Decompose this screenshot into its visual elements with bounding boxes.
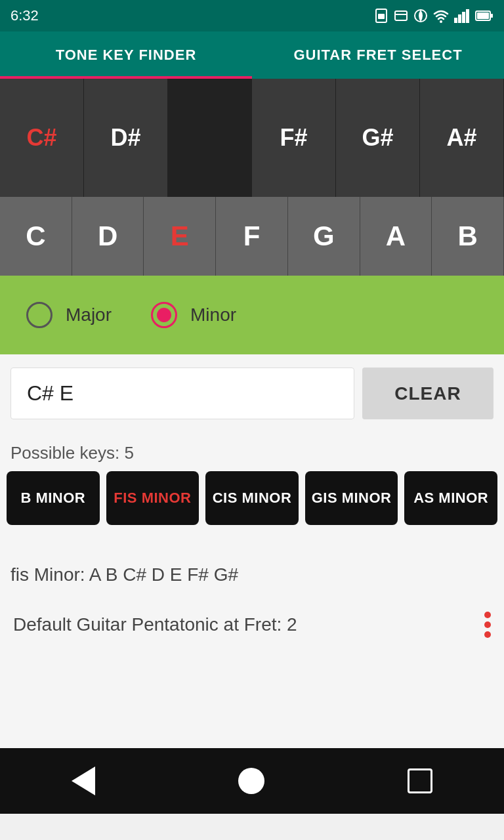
scale-info: fis Minor: A B C# D E F# G# [10,564,494,585]
notes-display: C# E [10,368,354,419]
key-f[interactable]: F [216,197,288,276]
time-display: 6:32 [10,7,39,24]
svg-rect-12 [491,14,493,18]
key-f-sharp[interactable]: F# [252,79,336,197]
status-icons [374,9,494,23]
home-button[interactable] [238,768,264,794]
fret-info: Default Guitar Pentatonic at Fret: 2 [13,614,297,635]
back-button[interactable] [72,766,95,795]
gis-minor-button[interactable]: GIS MINOR [305,471,398,525]
key-buttons-row: B MINOR FIS MINOR CIS MINOR GIS MINOR AS… [0,471,504,538]
more-options-button[interactable] [484,612,491,638]
vpn-icon [413,9,428,23]
more-dot-3 [484,631,491,638]
svg-point-5 [440,20,442,23]
svg-rect-2 [395,11,407,20]
svg-rect-11 [477,12,489,19]
tab-bar: TONE KEY FINDER GUITAR FRET SELECT [0,32,504,79]
piano-white-row: C D E F G A B [0,197,504,276]
sim-icon [374,9,388,23]
tab-tone-key-finder[interactable]: TONE KEY FINDER [0,32,252,79]
key-g-sharp[interactable]: G# [336,79,420,197]
piano-black-row: C# D# F# G# A# [0,79,504,197]
key-d[interactable]: D [72,197,144,276]
input-area: C# E CLEAR [0,354,504,432]
signal-icon [454,9,470,23]
minor-radio-group: Minor [151,302,236,328]
svg-rect-1 [378,14,385,19]
bottom-info: Default Guitar Pentatonic at Fret: 2 [10,612,494,638]
minor-label: Minor [190,304,236,326]
major-label: Major [66,304,112,326]
key-g[interactable]: G [288,197,360,276]
more-dot-1 [484,612,491,618]
key-e[interactable]: E [144,197,216,276]
key-d-sharp[interactable]: D# [84,79,168,197]
key-a-sharp[interactable]: A# [420,79,504,197]
recent-button[interactable] [408,768,432,793]
svg-rect-9 [466,9,469,23]
key-c[interactable]: C [0,197,72,276]
as-minor-button[interactable]: AS MINOR [404,471,497,525]
major-radio[interactable] [26,302,52,328]
tab-guitar-fret-select[interactable]: GUITAR FRET SELECT [252,32,504,79]
key-a[interactable]: A [360,197,432,276]
wifi-icon [433,9,449,23]
svg-rect-8 [462,12,465,23]
b-minor-button[interactable]: B MINOR [7,471,100,525]
clear-button[interactable]: CLEAR [362,368,494,419]
possible-keys-label: Possible keys: 5 [0,432,504,471]
svg-rect-6 [454,18,457,23]
more-dot-2 [484,621,491,628]
nav-bar [0,748,504,814]
svg-rect-7 [458,14,461,23]
info-area: fis Minor: A B C# D E F# G# Default Guit… [0,538,504,748]
minor-radio[interactable] [151,302,177,328]
major-radio-group: Major [26,302,112,328]
cis-minor-button[interactable]: CIS MINOR [205,471,299,525]
fis-minor-button[interactable]: FIS MINOR [106,471,200,525]
main-content: C# E CLEAR Possible keys: 5 B MINOR FIS … [0,354,504,748]
key-c-sharp[interactable]: C# [0,79,84,197]
key-b[interactable]: B [432,197,504,276]
battery-icon [475,9,494,23]
options-bar: Major Minor [0,276,504,354]
notification-icon [394,9,408,23]
key-gap1 [168,79,252,197]
status-bar: 6:32 [0,0,504,32]
